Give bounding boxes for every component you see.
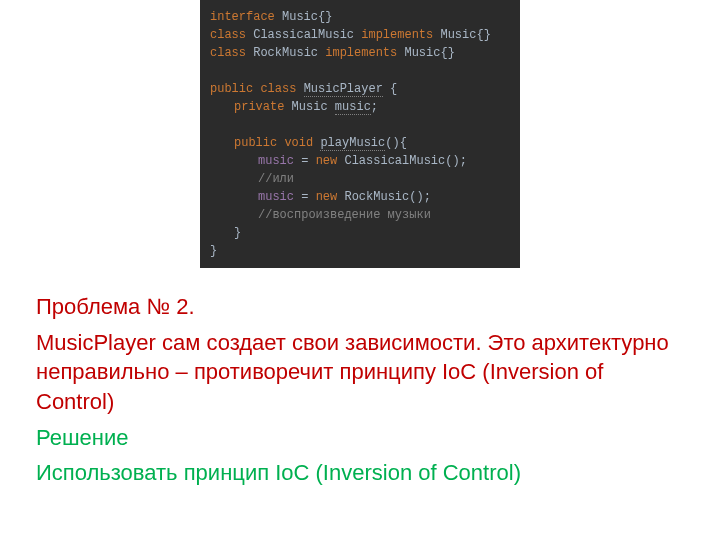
code-line: //или (210, 170, 510, 188)
code-line: music = new RockMusic(); (210, 188, 510, 206)
code-line: } (210, 224, 510, 242)
code-line: public class MusicPlayer { (210, 80, 510, 98)
problem-title: Проблема № 2. (36, 292, 684, 322)
code-line: public void playMusic(){ (210, 134, 510, 152)
code-line: } (210, 242, 510, 260)
slide-text: Проблема № 2. MusicPlayer сам создает св… (36, 292, 684, 488)
code-snippet: interface Music{} class ClassicalMusic i… (200, 0, 520, 268)
solution-title: Решение (36, 423, 684, 453)
code-line: class RockMusic implements Music{} (210, 44, 510, 62)
code-line: music = new ClassicalMusic(); (210, 152, 510, 170)
code-line: //воспроизведение музыки (210, 206, 510, 224)
code-line (210, 62, 510, 80)
code-line: private Music music; (210, 98, 510, 116)
code-line: interface Music{} (210, 8, 510, 26)
code-line: class ClassicalMusic implements Music{} (210, 26, 510, 44)
problem-body: MusicPlayer сам создает свои зависимости… (36, 328, 684, 417)
solution-body: Использовать принцип IoC (Inversion of C… (36, 458, 684, 488)
code-line (210, 116, 510, 134)
